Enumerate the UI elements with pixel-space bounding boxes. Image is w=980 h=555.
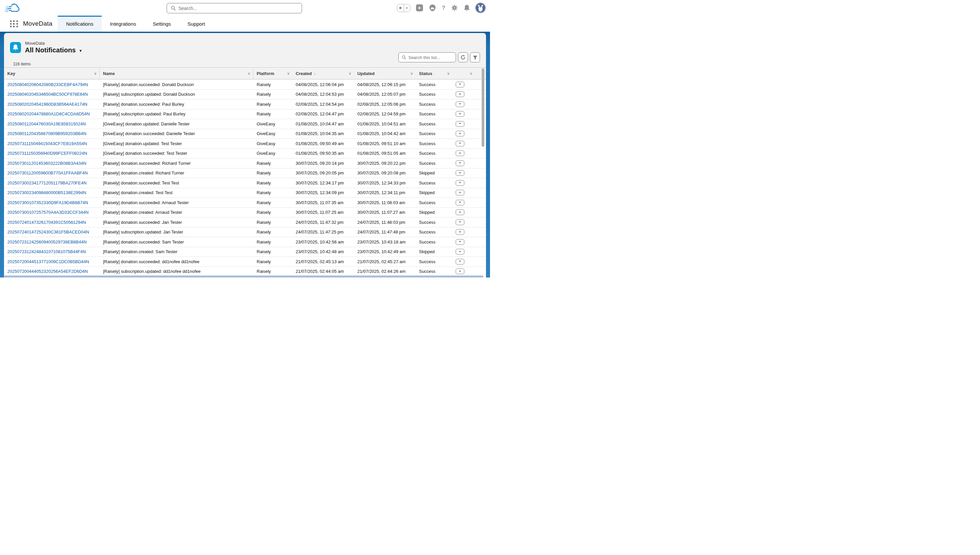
- notification-updated: 21/07/2025, 02:45:27 am: [354, 259, 416, 264]
- notification-key-link[interactable]: 202507300107352330D9FA19D4B6B74N: [7, 200, 88, 205]
- caret-down-icon: ▼: [459, 162, 461, 164]
- notification-status: Success: [416, 229, 452, 234]
- caret-down-icon: ▼: [459, 191, 461, 194]
- help-icon[interactable]: ?: [442, 5, 445, 11]
- row-actions-button[interactable]: ▼: [456, 131, 464, 136]
- tab-integrations[interactable]: Integrations: [102, 16, 144, 32]
- notification-updated: 04/08/2025, 12:06:15 pm: [354, 82, 416, 87]
- column-header-status[interactable]: Status ∨: [416, 68, 452, 79]
- nav-tabs: Notifications Integrations Settings Supp…: [58, 16, 213, 32]
- user-avatar[interactable]: [476, 3, 485, 13]
- setup-gear-icon[interactable]: [451, 4, 458, 11]
- row-actions-button[interactable]: ▼: [456, 111, 464, 117]
- row-actions-button[interactable]: ▼: [456, 259, 464, 265]
- notification-key-link[interactable]: 202507300234098480000B5138E2994N: [7, 190, 86, 195]
- column-header-updated[interactable]: Updated ∨: [354, 68, 416, 79]
- notification-created: 23/07/2025, 10:42:48 am: [293, 249, 354, 254]
- row-actions-button[interactable]: ▼: [456, 239, 464, 245]
- favorites-star-icon[interactable]: ★: [397, 4, 404, 12]
- notification-key-link[interactable]: 2025072401473261704391C50561294N: [7, 220, 86, 225]
- row-actions-button[interactable]: ▼: [456, 141, 464, 146]
- chevron-down-icon[interactable]: ∨: [248, 71, 250, 76]
- list-search[interactable]: [398, 52, 456, 63]
- app-launcher-icon[interactable]: [10, 19, 18, 28]
- filter-button[interactable]: [470, 52, 480, 63]
- notification-status: Success: [416, 151, 452, 156]
- chevron-down-icon[interactable]: ∨: [447, 71, 450, 76]
- notification-key-link[interactable]: 20250730023417712051179BA270FE4N: [7, 180, 87, 185]
- row-actions-button[interactable]: ▼: [456, 170, 464, 176]
- column-header-platform[interactable]: Platform ∨: [253, 68, 293, 79]
- notification-name: [Raisely] donation.created: Test Test: [100, 190, 253, 195]
- notification-key-link[interactable]: 20250720044513771009C1DC0B5BD44N: [7, 259, 89, 264]
- notification-key-link[interactable]: 202507301120059600B770A1FFAABF4N: [7, 170, 88, 175]
- notification-key-link[interactable]: 2025072312425609400529738EB8B44N: [7, 239, 87, 244]
- global-search[interactable]: [167, 3, 302, 13]
- tab-settings[interactable]: Settings: [144, 16, 179, 32]
- notification-name: [Raisely] donation.succeeded: Jan Tester: [100, 220, 253, 225]
- notification-key-link[interactable]: 202508011204476030A19E858315024N: [7, 121, 86, 127]
- favorites-button-group[interactable]: ★ ▾: [397, 4, 410, 12]
- tab-support[interactable]: Support: [179, 16, 214, 32]
- notification-platform: Raisely: [253, 170, 293, 175]
- notification-name: [GiveEasy] donation.succeeded: Test Test…: [100, 151, 253, 156]
- notification-key-link[interactable]: 20250723124248431071081075B44F4N: [7, 249, 86, 254]
- row-actions-button[interactable]: ▼: [456, 82, 464, 87]
- column-header-name[interactable]: Name ∨: [100, 68, 253, 79]
- notification-key-link[interactable]: 202508011204356670809B959203BB4N: [7, 131, 86, 136]
- notification-key-link[interactable]: 202507311150356940D99FCEFF08224N: [7, 151, 87, 156]
- chevron-down-icon[interactable]: ∨: [410, 71, 413, 76]
- row-actions-button[interactable]: ▼: [456, 91, 464, 97]
- column-header-created[interactable]: Created ↓ ∨: [293, 68, 354, 79]
- tab-notifications[interactable]: Notifications: [58, 16, 102, 32]
- notification-status: Success: [416, 121, 452, 127]
- trailhead-icon[interactable]: [428, 4, 436, 12]
- notification-name: [Raisely] subscription.updated: Paul Bur…: [100, 111, 253, 116]
- table-row: 2025080402045346504BC50CF978E64N [Raisel…: [4, 90, 486, 100]
- notification-key-link[interactable]: 202507240147252430C381F5BACED04N: [7, 229, 89, 234]
- notification-status: Success: [416, 180, 452, 185]
- row-actions-button[interactable]: ▼: [456, 210, 464, 215]
- notification-name: [Raisely] donation.succeeded: Sam Tester: [100, 239, 253, 244]
- global-actions-button[interactable]: +: [416, 4, 423, 11]
- caret-down-icon: ▼: [459, 241, 461, 243]
- row-actions-button[interactable]: ▼: [456, 268, 464, 274]
- table-row: 202508020204541960D83B564AE4174N [Raisel…: [4, 99, 486, 109]
- chevron-down-icon[interactable]: ∨: [287, 71, 290, 76]
- row-actions-button[interactable]: ▼: [456, 180, 464, 186]
- notification-key-link[interactable]: 2025080402045346504BC50CF978E64N: [7, 92, 88, 97]
- row-actions-button[interactable]: ▼: [456, 121, 464, 127]
- row-actions-button[interactable]: ▼: [456, 160, 464, 166]
- notification-key-link[interactable]: 202508020204541960D83B564AE4174N: [7, 102, 87, 107]
- row-actions-button[interactable]: ▼: [456, 200, 464, 205]
- row-actions-button[interactable]: ▼: [456, 220, 464, 225]
- chevron-down-icon[interactable]: ∨: [94, 71, 97, 76]
- column-header-actions[interactable]: ∨: [452, 68, 486, 79]
- table-row: 202507300107352330D9FA19D4B6B74N [Raisel…: [4, 198, 486, 208]
- row-actions-button[interactable]: ▼: [456, 190, 464, 196]
- row-actions-button[interactable]: ▼: [456, 229, 464, 235]
- horizontal-scrollbar-thumb[interactable]: [4, 276, 483, 278]
- notification-key-link[interactable]: 202507300107257570A4A3D33CCF344N: [7, 210, 89, 215]
- notification-key-link[interactable]: 202508040206042080B233CEBF4A794N: [7, 82, 88, 87]
- row-actions-button[interactable]: ▼: [456, 249, 464, 255]
- chevron-down-icon[interactable]: ∨: [349, 71, 351, 76]
- refresh-button[interactable]: [458, 52, 468, 63]
- notification-platform: GiveEasy: [253, 131, 293, 136]
- global-search-input[interactable]: [178, 6, 298, 11]
- vertical-scrollbar-thumb[interactable]: [482, 68, 484, 147]
- table-row: 202507300107257570A4A3D33CCF344N [Raisel…: [4, 208, 486, 218]
- notifications-bell-icon[interactable]: [464, 4, 470, 11]
- notification-key-link[interactable]: 202508020204478880A1D6C4CDA6D54N: [7, 111, 90, 116]
- list-search-input[interactable]: [408, 55, 452, 60]
- list-view-selector-caret-icon[interactable]: ▼: [79, 48, 82, 53]
- favorites-caret-icon[interactable]: ▾: [404, 4, 410, 12]
- notification-key-link[interactable]: 202507200444052320256A54EF2D6D4N: [7, 269, 88, 274]
- chevron-down-icon[interactable]: ∨: [470, 71, 472, 76]
- row-actions-button[interactable]: ▼: [456, 151, 464, 156]
- notification-key-link[interactable]: 20250731115049415043CF7EB19A554N: [7, 141, 87, 146]
- row-actions-button[interactable]: ▼: [456, 101, 464, 107]
- notification-created: 24/07/2025, 11:47:32 pm: [293, 220, 354, 225]
- column-header-key[interactable]: Key ∨: [4, 68, 100, 79]
- notification-key-link[interactable]: 2025073011201453603222B08B3A434N: [7, 161, 86, 166]
